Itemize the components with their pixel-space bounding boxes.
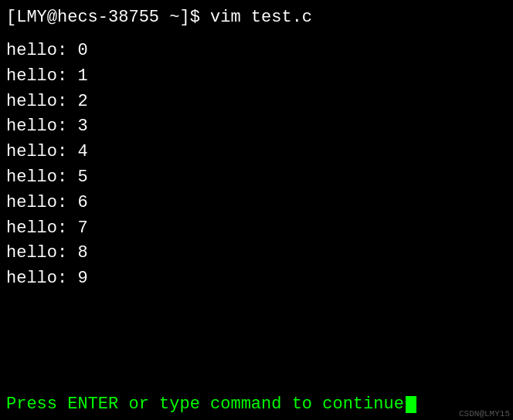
output-line: hello: 1 <box>6 65 507 89</box>
output-lines: hello: 0hello: 1hello: 2hello: 3hello: 4… <box>6 39 507 412</box>
output-line: hello: 3 <box>6 115 507 139</box>
output-line: hello: 6 <box>6 191 507 215</box>
terminal-window: [LMY@hecs-38755 ~]$ vim test.c hello: 0h… <box>0 0 513 420</box>
output-line: hello: 9 <box>6 267 507 291</box>
status-text: Press ENTER or type command to continue <box>6 395 404 414</box>
command-line: [LMY@hecs-38755 ~]$ vim test.c <box>6 8 507 27</box>
output-line: hello: 4 <box>6 141 507 164</box>
cursor-block <box>406 396 416 413</box>
watermark: CSDN@LMY15 <box>459 409 510 418</box>
output-line: hello: 7 <box>6 217 507 241</box>
status-bar: Press ENTER or type command to continue <box>6 395 507 414</box>
output-line: hello: 5 <box>6 166 507 190</box>
output-line: hello: 8 <box>6 242 507 266</box>
output-line: hello: 2 <box>6 90 507 114</box>
output-line: hello: 0 <box>6 39 507 63</box>
